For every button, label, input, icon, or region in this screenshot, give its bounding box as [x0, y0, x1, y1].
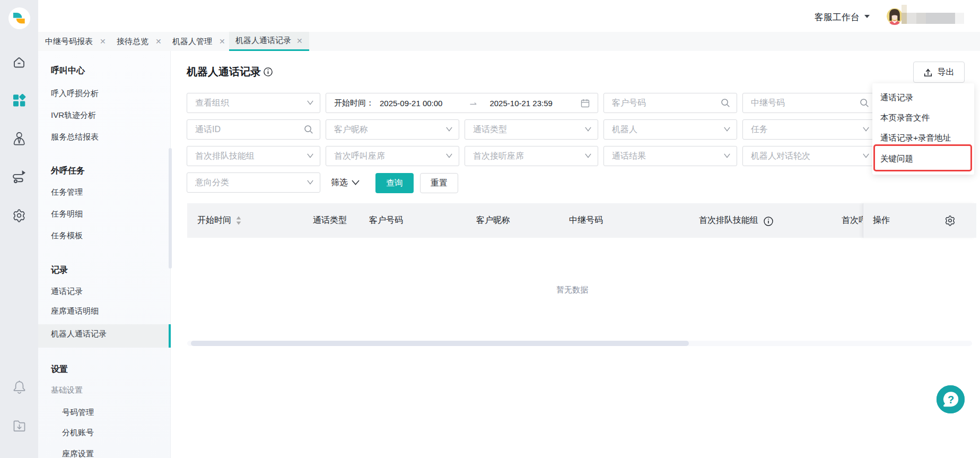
svg-text:?: ?: [948, 394, 954, 405]
